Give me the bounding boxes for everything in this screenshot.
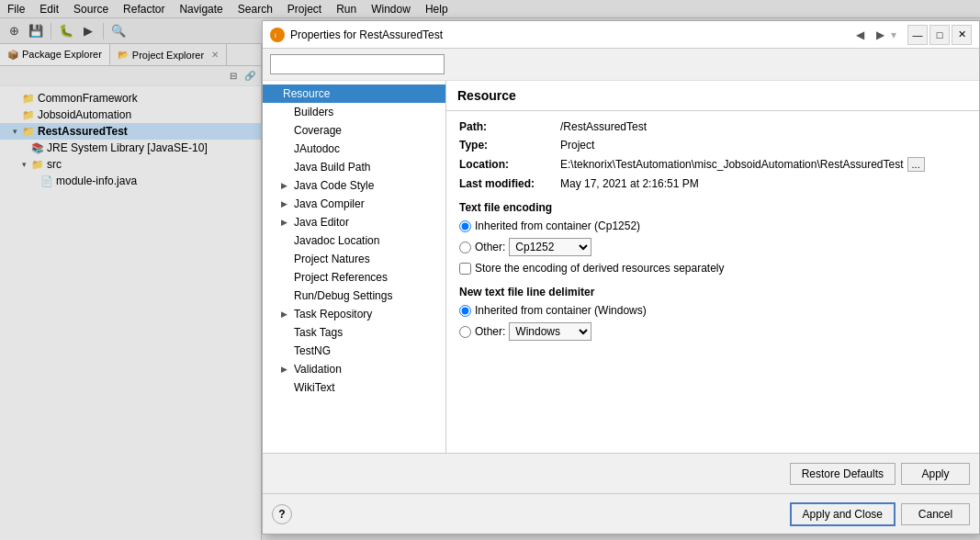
- dialog-maximize-btn[interactable]: □: [929, 25, 950, 45]
- type-label: Type:: [459, 139, 560, 152]
- apply-btn[interactable]: Apply: [901, 463, 970, 485]
- help-btn[interactable]: ?: [272, 504, 292, 524]
- nav-expand-icon: ▶: [281, 365, 290, 374]
- nav-item-java-editor[interactable]: ▶ Java Editor: [263, 213, 445, 231]
- nav-item-label: Java Code Style: [294, 179, 374, 192]
- nav-item-label: Project References: [294, 271, 388, 284]
- nav-item-label: Task Tags: [294, 326, 343, 339]
- encoding-inherited-label: Inherited from container (Cp1252): [475, 219, 640, 232]
- apply-close-btn[interactable]: Apply and Close: [790, 502, 896, 526]
- delimiter-other-select[interactable]: Windows Unix Mac: [509, 322, 591, 341]
- dialog-minimize-btn[interactable]: —: [907, 25, 928, 45]
- encoding-section-title: Text file encoding: [459, 201, 966, 214]
- nav-item-project-natures[interactable]: Project Natures: [263, 250, 445, 268]
- delimiter-section-title: New text file line delimiter: [459, 286, 966, 298]
- nav-item-label: Project Natures: [294, 253, 370, 265]
- restore-defaults-btn[interactable]: Restore Defaults: [790, 463, 896, 485]
- delimiter-radio-other[interactable]: [459, 326, 471, 338]
- title-sep: ▾: [891, 28, 896, 41]
- dialog-search-area: [263, 49, 979, 81]
- nav-item-java-code-style[interactable]: ▶ Java Code Style: [263, 176, 445, 195]
- delimiter-radio-2-row: Other: Windows Unix Mac: [459, 322, 966, 341]
- encoding-radio-1-row: Inherited from container (Cp1252): [459, 219, 966, 232]
- dialog-footer-bottom: ? Apply and Close Cancel: [263, 493, 979, 534]
- nav-item-label: Javadoc Location: [294, 234, 379, 247]
- last-modified-label: Last modified:: [459, 177, 560, 190]
- dialog-close-btn[interactable]: ✕: [952, 25, 972, 45]
- dialog-icon: i: [270, 28, 285, 42]
- nav-item-java-compiler[interactable]: ▶ Java Compiler: [263, 195, 445, 213]
- properties-dialog: i Properties for RestAssuredTest ◀ ▶ ▾ —…: [262, 20, 980, 534]
- location-row: Location: E:\teknorix\TestAutomation\mis…: [459, 157, 966, 172]
- nav-item-task-tags[interactable]: Task Tags: [263, 323, 445, 342]
- dialog-footer-top: Restore Defaults Apply: [263, 453, 979, 493]
- encoding-derived-checkbox[interactable]: [459, 263, 471, 275]
- path-row: Path: /RestAssuredTest: [459, 120, 966, 133]
- cancel-btn[interactable]: Cancel: [901, 503, 970, 525]
- content-header: Resource: [446, 81, 979, 111]
- nav-expand-icon: ▶: [281, 218, 290, 227]
- path-label: Path:: [459, 120, 560, 133]
- path-value: /RestAssuredTest: [560, 120, 966, 133]
- resource-props: Path: /RestAssuredTest Type: Project Loc…: [446, 111, 979, 355]
- nav-item-validation[interactable]: ▶ Validation: [263, 360, 445, 378]
- encoding-radio-2-row: Other: Cp1252 UTF-8 ISO-8859-1: [459, 238, 966, 256]
- type-value: Project: [560, 139, 966, 152]
- nav-item-jautodoc[interactable]: JAutodoc: [263, 140, 445, 158]
- nav-item-task-repository[interactable]: ▶ Task Repository: [263, 305, 445, 323]
- nav-item-testng[interactable]: TestNG: [263, 342, 445, 360]
- ide-background: File Edit Source Refactor Navigate Searc…: [0, 0, 980, 540]
- encoding-radio-inherited[interactable]: [459, 220, 471, 232]
- location-label: Location:: [459, 158, 560, 171]
- nav-item-label: Java Build Path: [294, 161, 370, 174]
- delimiter-inherited-label: Inherited from container (Windows): [475, 304, 647, 317]
- nav-item-label: Resource: [283, 87, 330, 100]
- dialog-content: Resource Path: /RestAssuredTest Type: Pr…: [446, 81, 979, 453]
- nav-item-coverage[interactable]: Coverage: [263, 121, 445, 140]
- nav-item-run-debug[interactable]: Run/Debug Settings: [263, 287, 445, 305]
- nav-item-label: Java Compiler: [294, 197, 365, 210]
- dialog-title: Properties for RestAssuredTest: [290, 28, 850, 41]
- encoding-derived-label: Store the encoding of derived resources …: [475, 262, 725, 275]
- delimiter-other-label: Other:: [475, 325, 505, 338]
- dialog-nav: Resource Builders Coverage: [263, 81, 446, 453]
- forward-nav-btn[interactable]: ▶: [871, 26, 889, 44]
- nav-expand-icon: ▶: [281, 199, 290, 208]
- last-modified-row: Last modified: May 17, 2021 at 2:16:51 P…: [459, 177, 966, 190]
- encoding-other-select[interactable]: Cp1252 UTF-8 ISO-8859-1: [509, 238, 591, 256]
- encoding-radio-other[interactable]: [459, 242, 471, 253]
- nav-expand-icon: ▶: [281, 181, 290, 190]
- content-section-title: Resource: [457, 88, 516, 103]
- dialog-search-input[interactable]: [270, 54, 445, 74]
- location-browse-btn[interactable]: ...: [907, 157, 925, 172]
- nav-item-label: Coverage: [294, 124, 342, 137]
- nav-item-java-build-path[interactable]: Java Build Path: [263, 158, 445, 176]
- delimiter-radio-1-row: Inherited from container (Windows): [459, 304, 966, 317]
- nav-item-label: Task Repository: [294, 308, 372, 321]
- nav-item-label: Validation: [294, 363, 342, 376]
- nav-item-resource[interactable]: Resource: [263, 84, 445, 103]
- location-value-row: E:\teknorix\TestAutomation\misc_JobsoidA…: [560, 157, 925, 172]
- nav-item-label: TestNG: [294, 344, 331, 357]
- nav-item-builders[interactable]: Builders: [263, 103, 445, 121]
- nav-expand-icon: ▶: [281, 309, 290, 319]
- svg-text:i: i: [275, 31, 276, 39]
- nav-item-project-references[interactable]: Project References: [263, 268, 445, 287]
- dialog-titlebar-right: ◀ ▶ ▾ — □ ✕: [850, 25, 972, 45]
- dialog-body: Resource Builders Coverage: [263, 81, 979, 453]
- nav-item-label: Run/Debug Settings: [294, 289, 392, 302]
- back-nav-btn[interactable]: ◀: [850, 26, 869, 44]
- nav-item-wikitext[interactable]: WikiText: [263, 378, 445, 397]
- delimiter-radio-inherited[interactable]: [459, 305, 471, 317]
- nav-item-javadoc-location[interactable]: Javadoc Location: [263, 231, 445, 250]
- modal-overlay: i Properties for RestAssuredTest ◀ ▶ ▾ —…: [0, 0, 980, 540]
- encoding-other-label: Other:: [475, 241, 505, 253]
- nav-item-label: Java Editor: [294, 216, 349, 229]
- nav-item-label: WikiText: [294, 381, 335, 394]
- last-modified-value: May 17, 2021 at 2:16:51 PM: [560, 177, 966, 190]
- location-value: E:\teknorix\TestAutomation\misc_JobsoidA…: [560, 158, 904, 171]
- type-row: Type: Project: [459, 139, 966, 152]
- nav-item-label: Builders: [294, 106, 333, 118]
- dialog-titlebar: i Properties for RestAssuredTest ◀ ▶ ▾ —…: [263, 21, 979, 49]
- nav-item-label: JAutodoc: [294, 142, 340, 155]
